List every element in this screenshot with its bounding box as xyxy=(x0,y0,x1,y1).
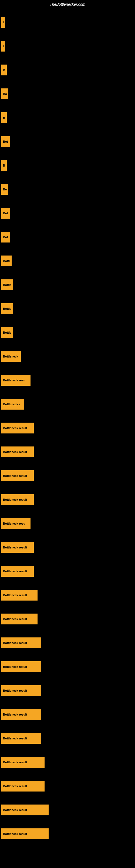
bar-row: Bott xyxy=(0,225,135,249)
bar-row: Bottleneck xyxy=(0,344,135,368)
bar-item: B xyxy=(1,17,5,28)
bar-item: Bottleneck xyxy=(1,351,21,362)
bar-row: Bot xyxy=(0,82,135,106)
bar-label: Bottleneck result xyxy=(3,426,27,430)
bar-label: Bott xyxy=(3,236,8,239)
bar-label: Bottleneck result xyxy=(3,593,27,597)
bar-label: Bo xyxy=(3,68,5,72)
bar-row: Bottleneck result xyxy=(0,655,135,679)
bar-label: Bottl xyxy=(3,259,10,262)
bar-label: Bottleneck result xyxy=(3,737,27,740)
bar-row: Bottleneck result xyxy=(0,440,135,464)
bar-label: Bottleneck r xyxy=(3,403,20,406)
bar-label: Bottleneck result xyxy=(3,713,27,716)
bar-label: Bottleneck resu xyxy=(3,379,26,382)
bar-row: Bottleneck result xyxy=(0,703,135,726)
bar-row: Bottleneck result xyxy=(0,535,135,559)
bar-item: Bottleneck result xyxy=(1,590,38,600)
bar-row: Bottl xyxy=(0,249,135,273)
bar-item: Bottleneck result xyxy=(1,685,41,696)
bar-label: Bottle xyxy=(3,331,11,334)
bar-row: Bottle xyxy=(0,321,135,344)
bar-row: Bottleneck result xyxy=(0,583,135,607)
bar-label: Bottleneck result xyxy=(3,761,27,764)
bar-row: Bottleneck result xyxy=(0,726,135,750)
bar-item: Bottleneck result xyxy=(1,757,45,768)
bar-item: Bottleneck result xyxy=(1,781,45,792)
bar-row: Bottleneck resu xyxy=(0,368,135,392)
bar-item: Bottleneck resu xyxy=(1,518,31,529)
site-title: TheBottlenecker.com xyxy=(0,0,135,8)
bar-label: Bottleneck result xyxy=(3,498,27,501)
bar-item: Bottle xyxy=(1,327,13,338)
bar-item: Bottleneck result xyxy=(1,446,34,457)
bar-item: Bottleneck result xyxy=(1,470,34,481)
bar-label: Bottleneck result xyxy=(3,450,27,454)
bar-label: Bott xyxy=(3,140,8,143)
bar-item: Bottle xyxy=(1,279,13,290)
bar-row: Bo xyxy=(0,106,135,130)
bar-label: Bottleneck result xyxy=(3,808,27,812)
bar-row: Bottleneck result xyxy=(0,774,135,798)
bar-item: Bottleneck result xyxy=(1,614,38,624)
bar-label: Bottleneck resu xyxy=(3,522,26,525)
bar-row: Bottleneck result xyxy=(0,464,135,488)
bar-label: Bottleneck result xyxy=(3,832,27,835)
bar-label: Bottleneck result xyxy=(3,641,27,645)
bar-row: Bottleneck result xyxy=(0,798,135,822)
bar-row: Bottleneck result xyxy=(0,679,135,703)
bar-label: Bottle xyxy=(3,307,11,310)
bar-item: Bottleneck result xyxy=(1,828,49,839)
bars-container: BBBoBotBoBottBoBotBottBottBottlBottleBot… xyxy=(0,8,135,846)
bar-row: Bottleneck result xyxy=(0,607,135,631)
bar-row: Bottleneck resu xyxy=(0,512,135,535)
bar-label: Bottleneck result xyxy=(3,689,27,692)
bar-item: Bottleneck result xyxy=(1,661,41,672)
bar-row: Bottleneck r xyxy=(0,392,135,416)
bar-row: Bottle xyxy=(0,297,135,321)
bar-label: Bottleneck result xyxy=(3,665,27,669)
bar-label: Bottleneck result xyxy=(3,784,27,788)
bar-item: Bot xyxy=(1,88,8,99)
bar-label: Bottleneck result xyxy=(3,617,27,621)
bar-item: Bot xyxy=(1,184,8,195)
bar-label: Bot xyxy=(3,92,7,95)
bar-label: Bot xyxy=(3,188,7,191)
bar-item: Bottleneck result xyxy=(1,709,41,720)
bar-label: Bottleneck result xyxy=(3,546,27,549)
bar-item: Bottleneck result xyxy=(1,494,34,505)
bar-row: B xyxy=(0,10,135,34)
bar-item: Bo xyxy=(1,112,7,123)
bar-item: Bottleneck r xyxy=(1,399,24,410)
bar-item: Bo xyxy=(1,65,7,75)
bar-row: Bottle xyxy=(0,273,135,297)
bar-row: Bottleneck result xyxy=(0,488,135,512)
bar-label: Bott xyxy=(3,212,8,215)
bar-row: Bot xyxy=(0,177,135,201)
bar-item: Bottleneck resu xyxy=(1,375,31,386)
bar-item: Bott xyxy=(1,208,10,219)
bar-row: Bottleneck result xyxy=(0,559,135,583)
bar-item: Bottleneck result xyxy=(1,566,34,577)
bar-label: Bottle xyxy=(3,283,11,286)
bar-label: Bo xyxy=(3,116,5,119)
bar-item: Bo xyxy=(1,160,7,171)
bar-row: B xyxy=(0,34,135,58)
bar-label: B xyxy=(3,21,3,24)
bar-row: Bott xyxy=(0,201,135,225)
bar-item: Bottleneck result xyxy=(1,542,34,553)
bar-item: Bottleneck result xyxy=(1,638,41,648)
bar-row: Bo xyxy=(0,154,135,177)
bar-item: Bott xyxy=(1,231,10,243)
bar-label: Bottleneck xyxy=(3,355,18,358)
bar-row: Bott xyxy=(0,130,135,154)
bar-item: Bottleneck result xyxy=(1,805,49,815)
bar-row: Bo xyxy=(0,58,135,82)
bar-item: Bott xyxy=(1,136,10,147)
bar-item: B xyxy=(1,41,5,52)
bar-label: Bottleneck result xyxy=(3,474,27,477)
bar-row: Bottleneck result xyxy=(0,750,135,774)
bar-label: B xyxy=(3,44,3,48)
bar-label: Bo xyxy=(3,164,5,167)
bar-label: Bottleneck result xyxy=(3,569,27,573)
